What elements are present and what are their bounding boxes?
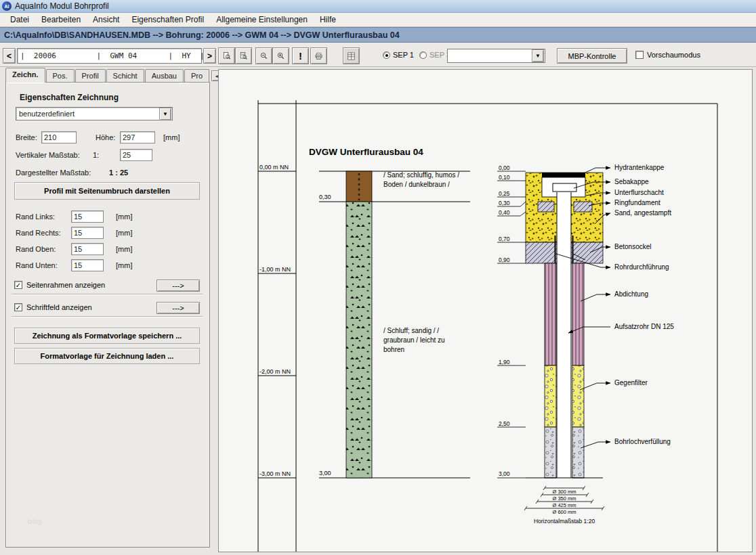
svg-text:Ø 350 mm: Ø 350 mm xyxy=(552,495,576,502)
menu-hilfe[interactable]: Hilfe xyxy=(314,14,342,26)
svg-text:0,70: 0,70 xyxy=(499,236,510,242)
vmass-label: Vertikaler Maßstab: xyxy=(16,151,80,159)
print-icon[interactable] xyxy=(310,47,327,64)
page-break-button[interactable]: Profil mit Seitenumbruch darstellen xyxy=(14,182,200,200)
rand-oben-field[interactable] xyxy=(71,243,104,255)
breite-label: Breite: xyxy=(16,133,37,141)
sep3-radio[interactable] xyxy=(419,51,427,59)
watermark: blog xyxy=(28,517,42,525)
well-depths: 0,00 0,10 0,25 0,30 0,40 0,70 0,90 1,90 … xyxy=(497,164,526,478)
table-view-icon[interactable] xyxy=(343,47,360,64)
zoom-100-icon[interactable]: 100 xyxy=(235,47,252,64)
svg-text:0,90: 0,90 xyxy=(499,257,510,263)
preview-mode-row: Vorschaumodus xyxy=(635,51,700,59)
svg-text:Ø 425 mm: Ø 425 mm xyxy=(552,502,576,508)
svg-text:100: 100 xyxy=(241,53,245,56)
schriftfeld-label: Schriftfeld anzeigen xyxy=(26,303,92,311)
preview-mode-checkbox[interactable] xyxy=(635,51,644,59)
menu-allgemeine-einstellungen[interactable]: Allgemeine Einstellungen xyxy=(210,14,314,26)
save-template-button[interactable]: Zeichnung als Formatvorlage speichern ..… xyxy=(14,328,200,344)
sep-combobox[interactable]: ▼ xyxy=(447,49,545,63)
svg-text:0,00: 0,00 xyxy=(499,164,510,171)
tab-zeichn[interactable]: Zeichn. xyxy=(5,68,45,83)
rand-unten-label: Rand Unten: xyxy=(16,261,58,269)
svg-text:0,25: 0,25 xyxy=(499,190,510,197)
schriftfeld-checkbox[interactable]: ✓ xyxy=(14,303,22,311)
load-template-button[interactable]: Formatvorlage für Zeichnung laden ... xyxy=(14,348,200,364)
panel-heading: Eigenschaften Zeichnung xyxy=(20,93,119,102)
dmass-value: 1 : 25 xyxy=(109,169,128,177)
chevron-down-icon[interactable]: ▼ xyxy=(532,49,544,62)
record-combobox-value: | 20006 | GWM 04 | HY | xyxy=(18,51,205,60)
prev-record-button[interactable]: < xyxy=(3,48,16,64)
svg-text:bohren: bohren xyxy=(383,346,404,353)
rand-unten-field[interactable] xyxy=(71,259,104,271)
mbp-kontrolle-button[interactable]: MBP-Kontrolle xyxy=(557,48,627,64)
svg-text:Ringfundament: Ringfundament xyxy=(614,199,660,206)
rand-unten-unit: [mm] xyxy=(116,261,132,269)
layer2-description: / Schluff; sandig / / graubraun / leicht… xyxy=(383,327,445,353)
svg-text:-3,00 m NN: -3,00 m NN xyxy=(259,470,291,477)
tab-ausbau[interactable]: Ausbau xyxy=(145,69,184,83)
sep1-label: SEP 1 xyxy=(393,51,414,59)
tab-schicht[interactable]: Schicht xyxy=(106,69,144,83)
template-combobox[interactable]: benutzerdefiniert ▼ xyxy=(16,107,173,120)
hoehe-field[interactable] xyxy=(120,131,155,143)
page-100-icon: 100 xyxy=(240,50,247,62)
ring-foundation-right xyxy=(574,202,592,212)
soil-layer-green xyxy=(346,202,372,478)
zoom-out-icon[interactable] xyxy=(255,47,272,64)
printer-icon xyxy=(315,51,322,62)
seitenrahmen-row: ✓ Seitenrahmen anzeigen xyxy=(14,281,105,289)
template-combobox-value: benutzerdefiniert xyxy=(16,110,159,118)
ring-foundation-left xyxy=(538,202,554,212)
svg-text:/ Schluff; sandig / /: / Schluff; sandig / / xyxy=(383,327,439,334)
seitenrahmen-arrow-button[interactable]: ---> xyxy=(156,280,200,292)
depth-300: 3,00 xyxy=(319,470,331,476)
soil-profile: 0,30 3,00 / Sand; schluffig, humos / Bod… xyxy=(319,171,470,478)
menu-eigenschaften-profil[interactable]: Eigenschaften Profil xyxy=(125,14,210,26)
next-record-button[interactable]: > xyxy=(203,48,216,64)
depth-030: 0,30 xyxy=(319,194,331,200)
sep1-radio[interactable] xyxy=(383,51,390,59)
svg-text:Rohrdurchführung: Rohrdurchführung xyxy=(614,263,669,271)
path-bar: C:\AquaInfo\DB\SANDHAUSEN.MDB --> Bohrun… xyxy=(0,27,756,43)
sep-radio-group: SEP 1 SEP 3 xyxy=(383,51,456,59)
svg-text:-1,00 m NN: -1,00 m NN xyxy=(259,266,291,273)
menu-bearbeiten[interactable]: Bearbeiten xyxy=(35,14,87,26)
refresh-exclamation-icon[interactable]: ! xyxy=(292,47,309,64)
zoom-in-icon[interactable] xyxy=(272,47,289,64)
menu-ansicht[interactable]: Ansicht xyxy=(87,14,125,26)
elevation-scale: 0,00 m NN -1,00 m NN -2,00 m NN -3,00 m … xyxy=(259,164,291,477)
grid-icon xyxy=(348,51,355,62)
svg-text:/ Sand; schluffig, humos /: / Sand; schluffig, humos / xyxy=(383,171,459,179)
size-unit-label: [mm] xyxy=(163,133,180,141)
breite-field[interactable] xyxy=(41,131,77,143)
tab-pro[interactable]: Pro xyxy=(184,69,209,83)
record-combobox[interactable]: | 20006 | GWM 04 | HY | ▼ xyxy=(17,48,202,64)
vmass-field[interactable] xyxy=(120,149,152,161)
svg-text:-2,00 m NN: -2,00 m NN xyxy=(259,368,291,375)
svg-text:graubraun / leicht zu: graubraun / leicht zu xyxy=(383,336,445,344)
rand-links-field[interactable] xyxy=(71,210,104,223)
diameter-dimensions: Ø 300 mm Ø 350 mm Ø 425 mm Ø 600 mm Hori… xyxy=(524,486,604,525)
print-preview-icon[interactable] xyxy=(218,47,235,64)
tab-profil[interactable]: Profil xyxy=(75,69,106,83)
sealing-left xyxy=(545,263,556,365)
svg-text:Ø 300 mm: Ø 300 mm xyxy=(552,489,576,495)
rand-rechts-field[interactable] xyxy=(71,227,104,239)
tab-pos[interactable]: Pos. xyxy=(46,69,75,83)
borehole-backfill-left xyxy=(545,427,556,478)
magnifier-plus-icon xyxy=(277,50,285,62)
seitenrahmen-checkbox[interactable]: ✓ xyxy=(14,281,22,289)
svg-text:Unterflurschacht: Unterflurschacht xyxy=(614,189,664,196)
drawing-title: DVGW Unterflurausbau 04 xyxy=(309,147,423,157)
riser-pipe xyxy=(557,192,571,478)
schriftfeld-arrow-button[interactable]: ---> xyxy=(156,302,200,314)
svg-text:2,50: 2,50 xyxy=(499,420,510,427)
menu-datei[interactable]: Datei xyxy=(4,14,35,26)
soil-layer-brown xyxy=(346,171,372,202)
svg-text:1,90: 1,90 xyxy=(499,359,510,365)
counter-filter-right xyxy=(572,365,584,427)
chevron-down-icon[interactable]: ▼ xyxy=(159,108,171,120)
